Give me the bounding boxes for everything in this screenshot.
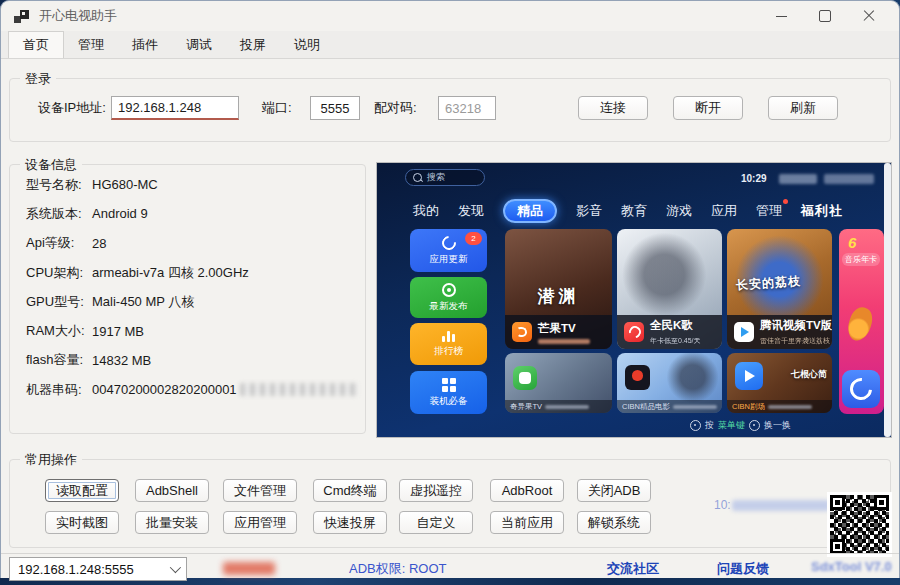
- op-custom-button[interactable]: 自定义: [399, 511, 473, 534]
- minimize-icon: [776, 16, 787, 17]
- hint-action: 换一换: [764, 419, 791, 432]
- qr-pattern: [830, 495, 889, 554]
- refresh-button[interactable]: 刷新: [768, 96, 838, 120]
- chevron-down-icon: [170, 562, 181, 573]
- tv-topbar-redacted-blur: [824, 174, 874, 184]
- device-row-flash: flash容量:14832 MB: [26, 346, 359, 375]
- op-unlock-system-button[interactable]: 解锁系统: [577, 511, 651, 534]
- minimize-button[interactable]: [759, 1, 803, 31]
- hint-press: 按: [705, 419, 714, 432]
- cibn-icon: [625, 365, 650, 390]
- maximize-button[interactable]: [803, 1, 847, 31]
- connect-button[interactable]: 连接: [578, 96, 648, 120]
- op-batch-install-button[interactable]: 批量安装: [135, 511, 209, 534]
- tab-home[interactable]: 首页: [8, 31, 64, 58]
- tile-label: 排行榜: [434, 345, 463, 358]
- row-label: Api等级:: [26, 234, 92, 252]
- tab-plugins[interactable]: 插件: [118, 32, 172, 58]
- remote-button-icon: [690, 420, 701, 431]
- op-live-screenshot-button[interactable]: 实时截图: [45, 511, 119, 534]
- tv-nav-manage: 管理: [756, 202, 782, 220]
- tab-manage[interactable]: 管理: [64, 32, 118, 58]
- hint-menu-key: 菜单键: [718, 419, 745, 432]
- device-info-rows: 型号名称:HG680-MC 系统版本:Android 9 Api等级:28 CP…: [26, 170, 359, 404]
- operations-legend: 常用操作: [20, 451, 82, 468]
- feedback-link[interactable]: 问题反馈: [717, 560, 769, 578]
- tv-tile-latest-release: 最新发布: [410, 277, 487, 318]
- bar-chart-icon: [442, 331, 455, 342]
- card-caption: CIBN剧场: [727, 400, 832, 413]
- menu-bar: 首页 管理 插件 调试 投屏 说明: [1, 31, 899, 59]
- tv-search-bar: 搜索: [405, 169, 485, 186]
- close-button[interactable]: [847, 1, 891, 31]
- tv-card-mango: 潜渊 芒果TV: [505, 229, 612, 349]
- statusbar-divider: [1, 553, 899, 554]
- tab-cast[interactable]: 投屏: [226, 32, 280, 58]
- tv-remote-hint: 按 菜单键 换一换: [690, 419, 791, 432]
- timestamp-prefix: 10:: [714, 498, 731, 512]
- row-label: 机器串码:: [26, 381, 92, 399]
- tv-screenshot-preview: 搜索 10:29 我的 发现 精品 影音 教育 游戏 应用 管理 福利社 应用更…: [376, 162, 892, 438]
- op-current-app-button[interactable]: 当前应用: [490, 511, 564, 534]
- new-badge-icon: [442, 283, 456, 297]
- search-icon: [413, 173, 422, 182]
- device-row-serial: 机器串码:00470200002820200001: [26, 375, 359, 404]
- card-caption: CIBN精品电影: [617, 400, 722, 413]
- window-title: 开心电视助手: [39, 7, 117, 25]
- caption-subtitle-blur: [673, 405, 717, 409]
- row-value: 00470200002820200001: [92, 382, 237, 397]
- pair-code-input[interactable]: [438, 96, 496, 120]
- op-cmd-terminal-button[interactable]: Cmd终端: [313, 479, 387, 502]
- preview-scrollbar[interactable]: [884, 163, 891, 437]
- card-app-name: CIBN剧场: [732, 402, 765, 412]
- tv-nav-apps: 应用: [711, 202, 737, 220]
- qiyiguo-tv-icon: [513, 366, 537, 390]
- promo-number: 6: [848, 234, 856, 251]
- guitar-illustration: [844, 304, 875, 343]
- op-quick-cast-button[interactable]: 快速投屏: [313, 511, 387, 534]
- refresh-circle-icon: [439, 233, 459, 253]
- port-label: 端口:: [262, 96, 292, 120]
- card-app-name: 芒果TV: [538, 321, 590, 336]
- update-count-badge: 2: [465, 232, 482, 245]
- window-controls: [759, 1, 891, 31]
- op-file-manager-button[interactable]: 文件管理: [223, 479, 297, 502]
- tile-label: 装机必备: [430, 395, 468, 408]
- card-caption: 奇异果TV: [505, 400, 612, 413]
- tab-debug[interactable]: 调试: [172, 32, 226, 58]
- row-value: 14832 MB: [92, 353, 151, 368]
- remote-button-icon: [749, 420, 760, 431]
- card-subtitle: 年卡低至0.45/天: [650, 336, 701, 346]
- row-value: armeabi-v7a 四核 2.00GHz: [92, 264, 249, 282]
- tv-card-music-promo: 6 音乐年卡: [839, 229, 884, 414]
- port-input[interactable]: [310, 96, 360, 120]
- op-read-config-button[interactable]: 读取配置: [45, 479, 119, 502]
- op-close-adb-button[interactable]: 关闭ADB: [577, 479, 651, 502]
- qr-finder-icon: [874, 495, 889, 510]
- row-label: 系统版本:: [26, 205, 92, 223]
- ksong-icon: [624, 322, 644, 342]
- poster-title: 潜渊: [538, 285, 580, 308]
- caption-subtitle-blur: [538, 339, 590, 344]
- caption-subtitle-blur: [545, 405, 589, 409]
- ip-input[interactable]: [111, 96, 239, 120]
- tv-topbar-redacted-blur: [779, 174, 817, 184]
- device-address-dropdown[interactable]: 192.168.1.248:5555: [9, 557, 187, 581]
- op-virtual-remote-button[interactable]: 虚拟遥控: [399, 479, 473, 502]
- tv-nav-featured-selected: 精品: [503, 199, 557, 223]
- close-icon: [863, 10, 875, 22]
- op-app-manager-button[interactable]: 应用管理: [223, 511, 297, 534]
- op-adbroot-button[interactable]: AdbRoot: [490, 479, 564, 502]
- tv-tile-app-update: 应用更新 2: [410, 229, 487, 272]
- maximize-icon: [819, 10, 831, 22]
- card-caption: 全民K歌年卡低至0.45/天: [617, 315, 722, 349]
- timestamp-redacted-blur: [732, 500, 830, 511]
- community-link[interactable]: 交流社区: [607, 560, 659, 578]
- op-adbshell-button[interactable]: AdbShell: [135, 479, 209, 502]
- timestamp-note: 10:: [714, 498, 830, 512]
- disconnect-button[interactable]: 断开: [673, 96, 743, 120]
- tab-help[interactable]: 说明: [280, 32, 334, 58]
- poster-title: 长安的荔枝: [735, 273, 801, 294]
- tv-tile-rankings: 排行榜: [410, 323, 487, 365]
- serial-redacted-blur: [240, 383, 358, 396]
